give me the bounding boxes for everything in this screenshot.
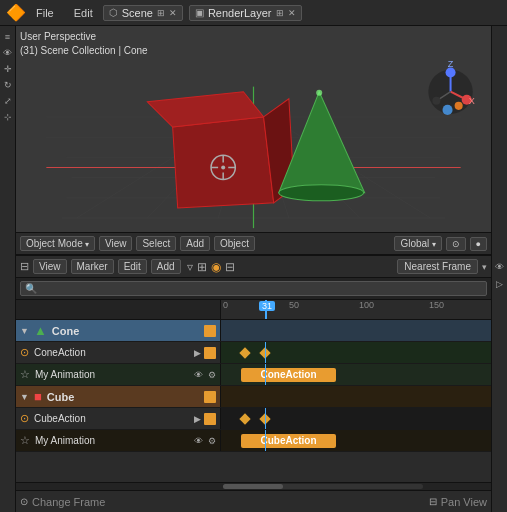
view-menu-button[interactable]: View: [99, 236, 133, 251]
cube-anim-track-content[interactable]: CubeAction: [221, 430, 491, 451]
bottom-bar: ⊙ Change Frame ⊟ Pan View: [16, 490, 491, 512]
cube-group-track-content[interactable]: [221, 386, 491, 407]
cube-group-checkbox[interactable]: [204, 391, 216, 403]
object-menu-button[interactable]: Object: [214, 236, 255, 251]
svg-point-18: [221, 165, 225, 169]
center-content: User Perspective (31) Scene Collection |…: [16, 26, 491, 512]
cube-group-name: Cube: [47, 391, 75, 403]
change-frame-icon: ⊙: [20, 496, 28, 507]
timeline-view-button[interactable]: View: [33, 259, 67, 274]
cone-anim-settings-icon[interactable]: ⚙: [208, 370, 216, 380]
sidebar-move-icon[interactable]: ✛: [1, 62, 15, 76]
cone-anim-label[interactable]: ☆ My Animation 👁 ⚙: [16, 364, 221, 385]
timeline-icon: ⊟: [20, 260, 29, 273]
cone-anim-eye-icon[interactable]: 👁: [194, 370, 203, 380]
cube-action-track-content[interactable]: [221, 408, 491, 429]
add-menu-button[interactable]: Add: [180, 236, 210, 251]
cube-keyframe-1[interactable]: [239, 413, 250, 424]
timeline-scroll-track: [223, 484, 423, 489]
scene-expand-icon: ⊞: [157, 8, 165, 18]
cone-action-arrow-icon[interactable]: ▶: [194, 348, 201, 358]
scene-copy-icon[interactable]: ✕: [169, 8, 177, 18]
bottom-left: ⊙ Change Frame: [20, 496, 105, 508]
cube-action-checkbox[interactable]: [204, 413, 216, 425]
cone-anim-row: ☆ My Animation 👁 ⚙ ConeAction: [16, 364, 491, 386]
sidebar-rotate-icon[interactable]: ↻: [1, 78, 15, 92]
left-sidebar: ≡ 👁 ✛ ↻ ⤢ ⊹: [0, 26, 16, 512]
scene-selector[interactable]: ⬡ Scene ⊞ ✕: [103, 5, 183, 21]
select-menu-button[interactable]: Select: [136, 236, 176, 251]
cone-group-label[interactable]: ▼ ▲ Cone: [16, 320, 221, 341]
axes-widget: Z X: [428, 59, 474, 114]
right-sidebar-view-icon[interactable]: 👁: [493, 260, 507, 274]
sidebar-view-icon[interactable]: 👁: [1, 46, 15, 60]
current-frame-badge: 31: [259, 301, 275, 311]
sidebar-transform-icon[interactable]: ⊹: [1, 110, 15, 124]
cube-action-bar-label: CubeAction: [260, 435, 316, 446]
viewport-toolbar: Object Mode View Select Add Object Globa…: [16, 232, 491, 254]
top-menu: File Edit: [32, 5, 97, 21]
cone-anim-current-line: [265, 364, 266, 385]
timeline-filter2-icon[interactable]: ⊟: [225, 260, 235, 274]
cone-action-track-content[interactable]: [221, 342, 491, 363]
3d-viewport[interactable]: User Perspective (31) Scene Collection |…: [16, 26, 491, 256]
cube-group-label[interactable]: ▼ ■ Cube: [16, 386, 221, 407]
renderlayer-selector[interactable]: ▣ RenderLayer ⊞ ✕: [189, 5, 302, 21]
timeline-search-input[interactable]: [20, 281, 487, 296]
cube-anim-settings-icon[interactable]: ⚙: [208, 436, 216, 446]
cube-action-label[interactable]: ⊙ CubeAction ▶: [16, 408, 221, 429]
cube-action-arrow-icon[interactable]: ▶: [194, 414, 201, 424]
timeline-section: ⊟ View Marker Edit Add ▿ ⊞ ◉ ⊟ Nearest F…: [16, 256, 491, 512]
timeline-tracks: ▼ ▲ Cone ⊙ ConeAction ▶: [16, 320, 491, 482]
nearest-frame-expand-icon[interactable]: ▾: [482, 262, 487, 272]
timeline-scroll-thumb[interactable]: [223, 484, 283, 489]
right-sidebar: 👁 ▷: [491, 26, 507, 512]
menu-edit[interactable]: Edit: [70, 5, 97, 21]
menu-file[interactable]: File: [32, 5, 58, 21]
timeline-anim-icon[interactable]: ◉: [211, 260, 221, 274]
cone-action-bar[interactable]: ConeAction: [241, 368, 336, 382]
timeline-filter-icon[interactable]: ▿: [187, 260, 193, 274]
svg-point-34: [432, 97, 440, 105]
global-button[interactable]: Global: [394, 236, 441, 251]
timeline-ruler: 0 50 100 150 200 250 31: [16, 300, 491, 320]
renderlayer-icon: ▣: [195, 7, 204, 18]
cone-keyframe-1[interactable]: [239, 347, 250, 358]
cone-group-checkbox[interactable]: [204, 325, 216, 337]
timeline-mode-icon[interactable]: ⊞: [197, 260, 207, 274]
cube-action-icon: ⊙: [20, 412, 29, 425]
svg-point-35: [442, 105, 452, 115]
pan-view-icon: ⊟: [429, 496, 437, 507]
timeline-marker-button[interactable]: Marker: [71, 259, 114, 274]
cube-collapse-icon[interactable]: ▼: [20, 392, 29, 402]
cone-collapse-icon[interactable]: ▼: [20, 326, 29, 336]
renderlayer-copy-icon[interactable]: ✕: [288, 8, 296, 18]
timeline-scrollbar[interactable]: [16, 482, 491, 490]
cube-group-icon: ■: [34, 389, 42, 404]
main-layout: ≡ 👁 ✛ ↻ ⤢ ⊹ User Perspective (31) Scene …: [0, 26, 507, 512]
cone-anim-star-icon: ☆: [20, 368, 30, 381]
blender-logo-icon[interactable]: 🔶: [6, 3, 26, 23]
cone-action-icon: ⊙: [20, 346, 29, 359]
sidebar-tools-icon[interactable]: ≡: [1, 30, 15, 44]
cone-group-track-content[interactable]: [221, 320, 491, 341]
viewport-shading-button[interactable]: ●: [470, 237, 487, 251]
cone-action-row: ⊙ ConeAction ▶: [16, 342, 491, 364]
cube-anim-current-line: [265, 430, 266, 451]
timeline-search-bar: [16, 278, 491, 300]
nearest-frame-button[interactable]: Nearest Frame: [397, 259, 478, 274]
right-sidebar-expand-icon[interactable]: ▷: [493, 277, 507, 291]
viewport-overlay-button[interactable]: ⊙: [446, 237, 466, 251]
cone-anim-track-content[interactable]: ConeAction: [221, 364, 491, 385]
cone-action-checkbox[interactable]: [204, 347, 216, 359]
sidebar-scale-icon[interactable]: ⤢: [1, 94, 15, 108]
cube-anim-name: My Animation: [35, 435, 95, 446]
timeline-add-button[interactable]: Add: [151, 259, 181, 274]
cone-action-label[interactable]: ⊙ ConeAction ▶: [16, 342, 221, 363]
timeline-edit-button[interactable]: Edit: [118, 259, 147, 274]
cube-group-row: ▼ ■ Cube: [16, 386, 491, 408]
cube-anim-label[interactable]: ☆ My Animation 👁 ⚙: [16, 430, 221, 451]
cube-action-bar[interactable]: CubeAction: [241, 434, 336, 448]
cube-anim-eye-icon[interactable]: 👁: [194, 436, 203, 446]
object-mode-button[interactable]: Object Mode: [20, 236, 95, 251]
